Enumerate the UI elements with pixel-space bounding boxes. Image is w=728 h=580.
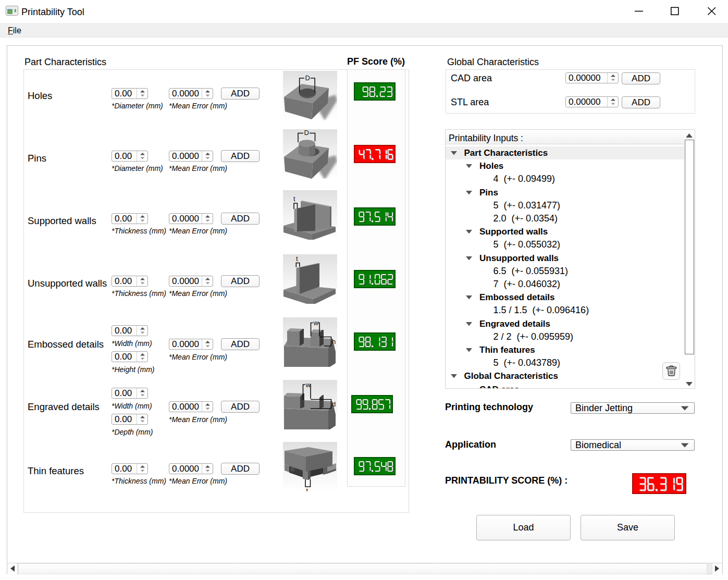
svg-text:w: w — [305, 381, 311, 389]
svg-text:h: h — [332, 338, 336, 345]
svg-text:D: D — [305, 74, 310, 82]
svg-text:t: t — [306, 487, 309, 491]
svg-text:D: D — [304, 129, 309, 137]
svg-text:d: d — [332, 400, 336, 408]
svg-text:w: w — [313, 319, 319, 327]
svg-text:t: t — [296, 255, 298, 263]
svg-text:t: t — [293, 195, 295, 203]
